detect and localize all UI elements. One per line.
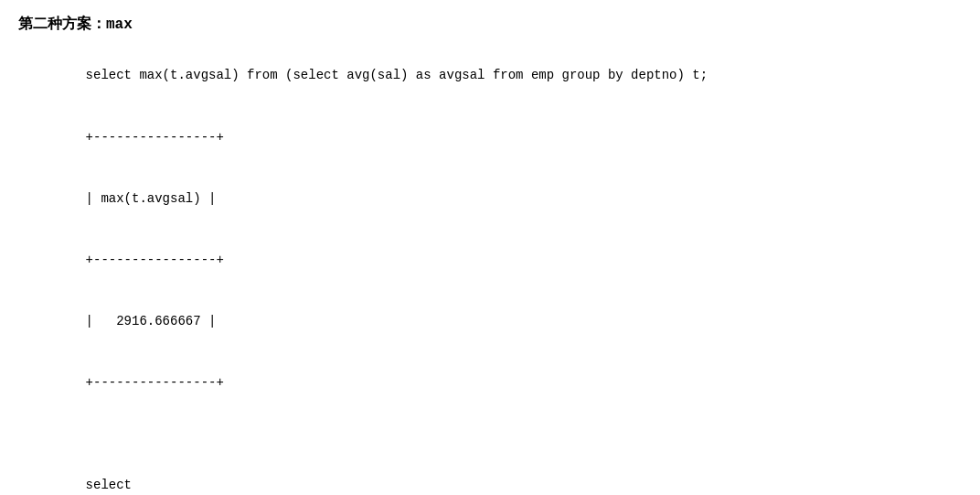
- title-mono: max: [106, 16, 133, 33]
- code-table1-header: | max(t.avgsal) |: [86, 191, 217, 206]
- code-table1-border1: +----------------+: [86, 130, 224, 145]
- code-line-1: select max(t.avgsal) from (select avg(sa…: [86, 68, 708, 82]
- page-container: 第二种方案：max select max(t.avgsal) from (sel…: [0, 0, 980, 495]
- section-title: 第二种方案：max: [18, 15, 962, 34]
- code-block: select max(t.avgsal) from (select avg(sa…: [18, 45, 962, 495]
- code-table1-border2: +----------------+: [86, 253, 224, 267]
- title-prefix: 第二种方案：: [18, 16, 106, 31]
- code-select: select: [86, 478, 132, 492]
- code-table1-value: | 2916.666667 |: [86, 314, 217, 328]
- code-table1-border3: +----------------+: [86, 375, 224, 390]
